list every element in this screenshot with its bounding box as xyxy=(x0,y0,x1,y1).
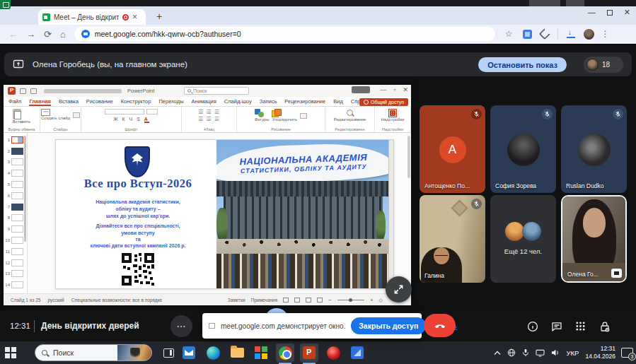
browser-profile-avatar[interactable] xyxy=(584,29,594,40)
participant-count-chip[interactable]: 18 xyxy=(584,57,623,73)
font-style-buttons[interactable]: Ж К Ч S А xyxy=(113,117,149,122)
chat-icon[interactable] xyxy=(550,319,563,333)
activities-grid-icon[interactable] xyxy=(574,319,587,333)
taskbar-app-edge[interactable] xyxy=(204,344,222,362)
reading-view-icon[interactable] xyxy=(306,298,311,303)
weather-widget-image[interactable] xyxy=(117,345,151,360)
back-icon[interactable]: ← xyxy=(8,29,18,40)
taskbar-app-red[interactable] xyxy=(324,344,342,362)
ppt-tab-review[interactable]: Рецензирование xyxy=(284,98,325,105)
meeting-details-icon[interactable] xyxy=(526,319,539,333)
stop-sharing-button[interactable]: Закрыть доступ xyxy=(351,317,426,334)
more-options-button[interactable]: ⋯ xyxy=(170,315,192,337)
notes-toggle[interactable]: Заметки xyxy=(228,298,245,303)
zoom-out-icon[interactable]: − xyxy=(328,297,332,303)
ppt-share-button[interactable]: Общий доступ xyxy=(359,98,408,106)
reload-icon[interactable]: ⟳ xyxy=(44,29,52,40)
participant-tile[interactable]: А Антощенко По... xyxy=(420,105,485,193)
accessibility-status[interactable]: Специальные возможности: все в порядке xyxy=(71,298,162,303)
zoom-slider[interactable] xyxy=(337,300,364,300)
address-bar[interactable]: meet.google.com/hkk-qwrw-ocb?authuser=0 xyxy=(74,27,495,41)
bullet-list-buttons[interactable]: ☰ ☰ ☰ xyxy=(198,109,220,115)
tab-close-icon[interactable]: × xyxy=(132,13,137,21)
participant-tile[interactable]: Галина xyxy=(420,195,485,283)
ppt-tab-transitions[interactable]: Переходы xyxy=(158,98,183,105)
taskbar-app-mail[interactable] xyxy=(180,344,198,362)
participant-tile[interactable]: Ruslan Dudko xyxy=(561,105,627,193)
taskbar-search-box[interactable]: Поиск xyxy=(35,344,152,361)
slide-thumbnail[interactable]: 14 xyxy=(4,279,27,290)
network-globe-icon[interactable] xyxy=(507,348,516,357)
more-participants-tile[interactable]: Ещё 12 чел. xyxy=(490,195,556,283)
volume-icon[interactable] xyxy=(551,348,560,357)
maximize-button[interactable] xyxy=(607,10,613,16)
slide-thumbnail[interactable]: 13 xyxy=(4,269,27,280)
home-icon[interactable]: ⌂ xyxy=(60,29,66,40)
slide-thumbnail[interactable]: 11 xyxy=(4,246,27,257)
participant-tile[interactable]: София Зорева xyxy=(490,105,556,193)
ppt-tab-design[interactable]: Конструктор xyxy=(121,98,151,105)
quick-access-undo-icon[interactable] xyxy=(30,88,37,94)
ppt-search-box[interactable]: Поиск xyxy=(184,87,249,95)
thumbnail-scrollbar[interactable] xyxy=(24,136,26,242)
quick-access-save-icon[interactable] xyxy=(20,88,26,94)
ppt-tab-draw[interactable]: Рисование xyxy=(86,98,113,105)
end-call-button[interactable] xyxy=(424,314,456,337)
zoom-in-icon[interactable]: + xyxy=(370,297,374,303)
task-view-icon[interactable] xyxy=(163,348,174,358)
language-indicator[interactable]: русский xyxy=(47,298,64,303)
sorter-view-icon[interactable] xyxy=(294,298,300,303)
ppt-minimize-icon[interactable]: — xyxy=(380,87,386,93)
new-tab-button[interactable]: + xyxy=(153,11,166,23)
editing-button[interactable]: Редактирование xyxy=(334,109,366,122)
host-controls-lock-icon[interactable] xyxy=(598,319,611,333)
minimize-button[interactable]: — xyxy=(588,8,596,16)
paste-button[interactable]: Вставить xyxy=(13,109,30,124)
taskbar-app-explorer[interactable] xyxy=(228,344,246,362)
microphone-tray-icon[interactable] xyxy=(522,348,529,357)
quick-styles-icon[interactable] xyxy=(300,113,307,119)
slideshow-view-icon[interactable] xyxy=(317,298,323,303)
arrange-button[interactable]: Упорядочить xyxy=(272,109,297,122)
shapes-button[interactable]: Фигуры xyxy=(255,109,270,122)
font-name-box[interactable] xyxy=(105,109,144,115)
display-tray-icon[interactable] xyxy=(536,349,545,357)
close-button[interactable]: ✕ xyxy=(624,8,630,16)
ppt-tab-file[interactable]: Файл xyxy=(8,98,21,105)
expand-presentation-button[interactable] xyxy=(386,276,412,303)
start-button[interactable] xyxy=(5,347,16,358)
browser-tab-meet[interactable]: Meet – День відкритих дв × xyxy=(38,9,146,25)
ppt-feedback-button[interactable] xyxy=(352,86,370,93)
browser-menu-icon[interactable]: ⋮ xyxy=(601,29,610,39)
extension-icon-blue[interactable] xyxy=(523,30,532,39)
ppt-tab-home[interactable]: Главная xyxy=(29,98,51,105)
normal-view-icon[interactable] xyxy=(283,298,289,303)
comments-toggle[interactable]: Примечания xyxy=(251,298,278,303)
extension-icon-ring[interactable] xyxy=(538,28,550,40)
bookmark-star-icon[interactable]: ☆ xyxy=(505,29,513,39)
new-slide-button[interactable]: Создать слайд xyxy=(41,109,70,121)
font-color-button[interactable]: А xyxy=(144,117,149,123)
ppt-restore-icon[interactable]: ▫ xyxy=(393,87,395,93)
addins-button[interactable]: Надстройки xyxy=(381,109,405,122)
downloads-icon[interactable] xyxy=(567,30,575,38)
slide-thumbnail[interactable]: 12 xyxy=(4,257,27,269)
slide-scrollbar[interactable] xyxy=(407,136,410,178)
taskbar-app-blue[interactable] xyxy=(348,344,366,362)
font-size-box[interactable] xyxy=(146,109,158,115)
clock[interactable]: 12:31 14.04.2026 xyxy=(585,345,615,360)
layout-icon[interactable] xyxy=(73,112,80,118)
fit-slide-icon[interactable]: ◇ xyxy=(379,298,383,303)
notifications-icon[interactable]: 3 xyxy=(621,348,633,358)
taskbar-app-powerpoint[interactable] xyxy=(300,344,318,362)
ppt-tab-animations[interactable]: Анимация xyxy=(192,98,216,105)
ppt-close-icon[interactable]: ✕ xyxy=(403,87,408,93)
stop-presenting-button[interactable]: Остановить показ xyxy=(478,57,567,72)
align-buttons[interactable]: ☰ ☰ ☰ xyxy=(198,116,220,122)
participant-tile-self[interactable]: Олена Го... xyxy=(561,195,627,283)
ppt-tab-slideshow[interactable]: Слайд-шоу xyxy=(224,98,252,105)
tray-chevron-icon[interactable] xyxy=(494,351,501,356)
ppt-tab-view[interactable]: Вид xyxy=(333,98,343,105)
language-indicator[interactable]: УКР xyxy=(567,349,579,357)
ppt-tab-insert[interactable]: Вставка xyxy=(59,98,79,105)
